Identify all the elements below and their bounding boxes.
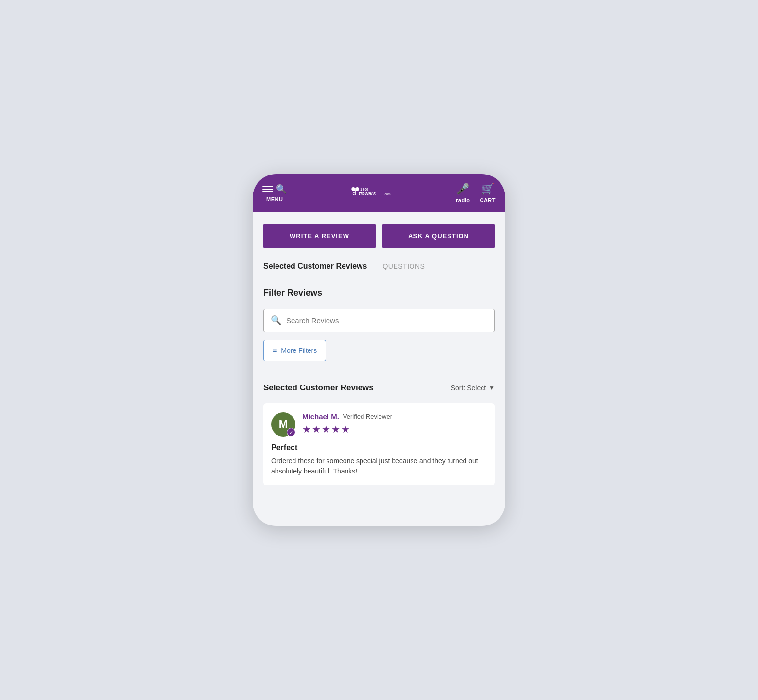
sort-dropdown[interactable]: Sort: Select ▼ bbox=[451, 384, 495, 392]
tabs-section: Selected Customer Reviews QUESTIONS bbox=[263, 262, 495, 277]
review-title: Perfect bbox=[271, 443, 487, 452]
tabs-row: Selected Customer Reviews QUESTIONS bbox=[263, 262, 495, 277]
star-4: ★ bbox=[331, 423, 340, 435]
star-1: ★ bbox=[302, 423, 311, 435]
filter-section: Filter Reviews 🔍 ≡ More Filters bbox=[263, 288, 495, 361]
verified-label: Verified Reviewer bbox=[343, 413, 392, 420]
cart-button[interactable]: 🛒 CART bbox=[480, 183, 496, 203]
svg-text:.com: .com bbox=[384, 193, 391, 196]
svg-text:1-800: 1-800 bbox=[360, 188, 368, 192]
reviews-heading: Selected Customer Reviews bbox=[263, 383, 374, 393]
review-card: M ✓ Michael M. Verified Reviewer ★ ★ ★ ★… bbox=[263, 403, 495, 485]
logo: 1-800 flowers .com bbox=[347, 185, 396, 200]
review-body: Ordered these for someone special just b… bbox=[271, 456, 487, 476]
filter-sliders-icon: ≡ bbox=[273, 346, 277, 355]
ask-question-button[interactable]: ASK A QUESTION bbox=[382, 224, 495, 248]
phone-container: 🔍 MENU 1-800 flowers .com 🎤 radio bbox=[253, 174, 505, 526]
star-3: ★ bbox=[322, 423, 330, 435]
svg-text:flowers: flowers bbox=[359, 192, 376, 197]
sort-arrow-icon: ▼ bbox=[489, 385, 495, 391]
avatar-wrapper: M ✓ bbox=[271, 412, 295, 437]
action-buttons: WRITE A REVIEW ASK A QUESTION bbox=[263, 224, 495, 248]
reviewer-name-row: Michael M. Verified Reviewer bbox=[302, 412, 392, 420]
tab-questions[interactable]: QUESTIONS bbox=[382, 262, 425, 270]
divider bbox=[263, 372, 495, 372]
microphone-icon: 🎤 bbox=[456, 183, 470, 195]
reviewer-info: Michael M. Verified Reviewer ★ ★ ★ ★ ★ bbox=[302, 412, 392, 435]
header-right-icons: 🎤 radio 🛒 CART bbox=[456, 183, 496, 203]
cart-icon: 🛒 bbox=[481, 183, 495, 195]
verified-badge-icon: ✓ bbox=[287, 428, 295, 437]
reviewer-name: Michael M. bbox=[302, 412, 339, 420]
search-icon: 🔍 bbox=[271, 315, 281, 326]
reviewer-row: M ✓ Michael M. Verified Reviewer ★ ★ ★ ★… bbox=[271, 412, 487, 437]
star-5: ★ bbox=[341, 423, 350, 435]
search-input[interactable] bbox=[286, 316, 487, 325]
cart-label: CART bbox=[480, 197, 496, 203]
tab-reviews[interactable]: Selected Customer Reviews bbox=[263, 262, 367, 271]
menu-button[interactable]: 🔍 MENU bbox=[262, 184, 287, 202]
write-review-button[interactable]: WRITE A REVIEW bbox=[263, 224, 376, 248]
hamburger-icon bbox=[262, 186, 273, 192]
reviews-header: Selected Customer Reviews Sort: Select ▼ bbox=[263, 383, 495, 393]
radio-button[interactable]: 🎤 radio bbox=[456, 183, 470, 203]
more-filters-button[interactable]: ≡ More Filters bbox=[263, 340, 326, 361]
menu-icon-row: 🔍 bbox=[262, 184, 287, 194]
header: 🔍 MENU 1-800 flowers .com 🎤 radio bbox=[253, 174, 505, 212]
sort-label: Sort: Select bbox=[451, 384, 486, 392]
filter-heading: Filter Reviews bbox=[263, 288, 495, 298]
star-2: ★ bbox=[312, 423, 321, 435]
stars-row: ★ ★ ★ ★ ★ bbox=[302, 423, 392, 435]
search-box-wrapper: 🔍 bbox=[263, 309, 495, 332]
radio-label: radio bbox=[456, 197, 470, 203]
main-content: WRITE A REVIEW ASK A QUESTION Selected C… bbox=[253, 212, 505, 497]
menu-label: MENU bbox=[266, 196, 283, 202]
more-filters-label: More Filters bbox=[281, 347, 317, 354]
